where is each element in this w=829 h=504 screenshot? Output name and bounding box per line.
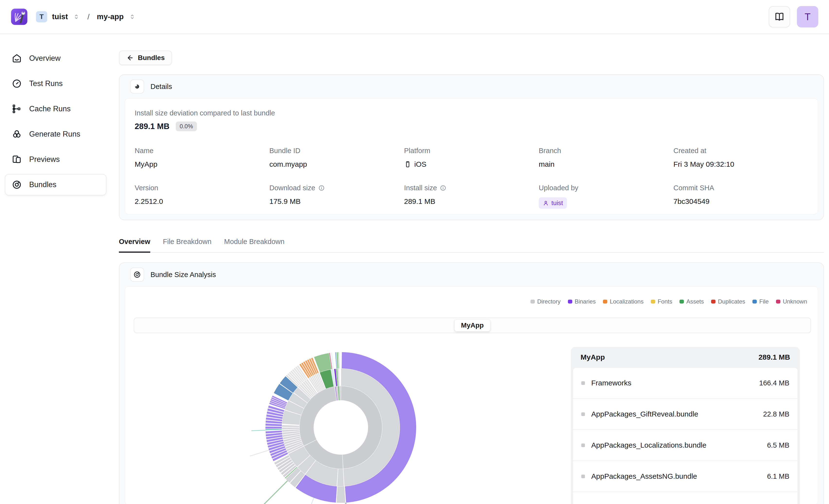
sidebar-item-label: Previews [29, 155, 60, 164]
org-avatar: T [36, 11, 47, 22]
sunburst-segment[interactable] [335, 352, 337, 369]
field-uploaded-by: Uploaded bytuist [539, 184, 674, 209]
details-card-header: Details [119, 75, 823, 98]
legend-swatch [603, 300, 607, 304]
circles-icon [12, 129, 22, 139]
sunburst-leader-line [263, 481, 287, 504]
gauge-icon [12, 78, 22, 89]
field-label: Bundle ID [269, 147, 300, 155]
field-label: Commit SHA [674, 184, 714, 192]
donut-chart-icon [133, 271, 141, 278]
legend-item-fonts: Fonts [651, 298, 672, 305]
field-value: MyApp [135, 160, 157, 168]
legend-label: Assets [686, 298, 704, 305]
sidebar-item-previews[interactable]: Previews [5, 149, 106, 170]
sunburst-segment[interactable] [337, 487, 346, 503]
phone-icon [404, 161, 411, 168]
chevron-up-down-icon[interactable] [73, 13, 80, 21]
main-content: Bundles Details Install size deviation c… [119, 34, 824, 504]
legend-swatch [776, 300, 780, 304]
size-table-root-size: 289.1 MB [758, 353, 790, 361]
legend-label: Fonts [658, 298, 672, 305]
legend-item-assets: Assets [680, 298, 704, 305]
donut-icon [12, 180, 22, 190]
tab-bar: OverviewFile BreakdownModule Breakdown [119, 238, 824, 253]
field-label: Platform [404, 147, 430, 155]
field-install-size: Install size289.1 MB [404, 184, 539, 209]
sunburst-segment[interactable] [337, 469, 344, 486]
chart-legend: DirectoryBinariesLocalizationsFontsAsset… [531, 298, 807, 305]
bundle-size-analysis-card: Bundle Size Analysis DirectoryBinariesLo… [119, 263, 824, 504]
sunburst-segment[interactable] [265, 426, 282, 429]
docs-button[interactable] [769, 6, 790, 28]
field-value: main [539, 160, 554, 168]
size-table-row[interactable]: AppPackages_Localizations.bundle6.5 MB [573, 430, 798, 461]
sunburst-leader-line [250, 450, 269, 456]
legend-swatch [752, 300, 757, 304]
size-table-row[interactable]: Frameworks166.4 MB [573, 368, 798, 399]
details-icon-box [130, 79, 144, 93]
uploaded-by-chip[interactable]: tuist [539, 197, 567, 209]
arrow-left-icon [126, 54, 134, 62]
sidebar-item-test-runs[interactable]: Test Runs [5, 73, 106, 94]
tuist-logo [11, 8, 28, 25]
org-name[interactable]: tuist [52, 12, 68, 21]
sunburst-segment[interactable] [265, 424, 282, 426]
previews-icon [12, 154, 22, 164]
sunburst-chart[interactable] [217, 347, 465, 504]
project-name[interactable]: my-app [97, 12, 123, 21]
field-label: Branch [539, 147, 561, 155]
legend-item-directory: Directory [531, 298, 561, 305]
tab-file-breakdown[interactable]: File Breakdown [163, 238, 212, 253]
user-avatar[interactable]: T [797, 6, 818, 28]
sunburst-root-chip[interactable]: MyApp [455, 319, 490, 332]
spiral-icon [133, 83, 141, 90]
sidebar-item-overview[interactable]: Overview [5, 48, 106, 69]
legend-swatch [568, 300, 572, 304]
sunburst-segment[interactable] [265, 429, 282, 430]
row-bullet-icon [581, 413, 585, 416]
analysis-card-body: DirectoryBinariesLocalizationsFontsAsset… [125, 286, 818, 504]
details-fields-grid: NameMyAppBundle IDcom.myappPlatformiOSBr… [135, 147, 808, 209]
sidebar-item-cache-runs[interactable]: Cache Runs [5, 98, 106, 120]
deviation-value: 289.1 MB [135, 122, 170, 131]
tab-overview[interactable]: Overview [119, 238, 150, 253]
field-platform: PlatformiOS [404, 147, 539, 168]
sunburst-segment[interactable] [282, 425, 299, 427]
sidebar-item-label: Overview [29, 54, 61, 63]
field-label: Created at [674, 147, 706, 155]
field-value: 289.1 MB [404, 197, 435, 205]
field-download-size: Download size175.9 MB [269, 184, 404, 209]
field-version: Version2.2512.0 [135, 184, 269, 209]
sidebar-item-bundles[interactable]: Bundles [5, 174, 106, 195]
sidebar-item-generate-runs[interactable]: Generate Runs [5, 123, 106, 145]
row-name: AppPackages_GiftReveal.bundle [591, 410, 763, 418]
back-to-bundles-button[interactable]: Bundles [119, 50, 172, 65]
back-button-label: Bundles [138, 54, 165, 62]
hierarchy-icon [12, 104, 22, 114]
legend-swatch [680, 300, 684, 304]
field-label: Uploaded by [539, 184, 578, 192]
legend-label: File [759, 298, 769, 305]
size-table-row[interactable]: AppPackages_GiftReveal.bundle22.8 MB [573, 399, 798, 430]
row-bullet-icon [581, 381, 585, 385]
size-table-root-name: MyApp [581, 353, 605, 361]
sidebar-item-label: Cache Runs [29, 105, 71, 113]
size-table-row[interactable]: AppPackages_LottieAssetsNG.bundle4.4 MB [573, 492, 798, 504]
sunburst-segment[interactable] [282, 427, 299, 429]
field-value: iOS [414, 160, 426, 168]
chevron-up-down-icon[interactable] [129, 13, 136, 21]
book-icon [774, 11, 785, 22]
legend-swatch [531, 300, 535, 304]
field-label: Version [135, 184, 158, 192]
sunburst-segment[interactable] [337, 352, 338, 369]
row-bullet-icon [581, 475, 585, 478]
row-name: AppPackages_Localizations.bundle [591, 441, 767, 449]
home-icon [12, 53, 22, 64]
sunburst-segment[interactable] [338, 352, 339, 369]
tab-module-breakdown[interactable]: Module Breakdown [224, 238, 284, 253]
field-label: Install size [404, 184, 437, 192]
size-table-row[interactable]: AppPackages_AssetsNG.bundle6.1 MB [573, 461, 798, 492]
field-value: 175.9 MB [269, 197, 300, 205]
legend-label: Localizations [610, 298, 644, 305]
